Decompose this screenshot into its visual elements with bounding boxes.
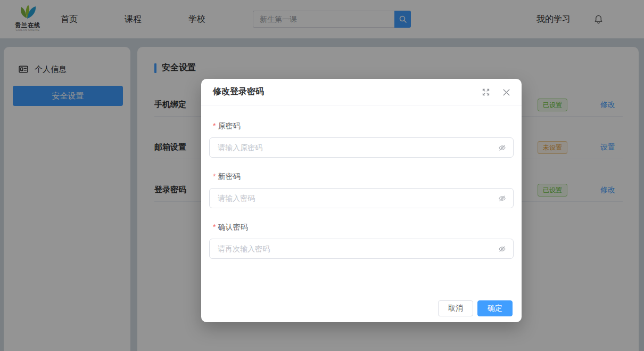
required-asterisk: *	[213, 223, 216, 231]
fullscreen-icon	[482, 88, 490, 96]
change-password-dialog: 修改登录密码 *原密码	[201, 79, 522, 322]
toggle-password-visibility[interactable]	[498, 143, 507, 154]
eye-off-icon	[498, 143, 507, 152]
confirm-button[interactable]: 确定	[477, 300, 513, 316]
eye-off-icon	[498, 244, 507, 254]
cancel-button[interactable]: 取消	[438, 300, 473, 316]
toggle-password-visibility[interactable]	[498, 244, 507, 256]
field-confirm-password: *确认密码	[209, 222, 514, 259]
dialog-title: 修改登录密码	[213, 86, 264, 97]
dialog-footer: 取消 确定	[438, 300, 513, 316]
page: 贵兰在线 GUILAN ONLINE 首页 课程 学校 我的学习	[0, 0, 644, 351]
field-new-password: *新密码	[209, 171, 514, 208]
new-password-input[interactable]	[209, 188, 514, 208]
eye-off-icon	[498, 194, 507, 203]
field-label: *新密码	[209, 171, 514, 182]
fullscreen-button[interactable]	[482, 79, 490, 105]
close-button[interactable]	[502, 79, 511, 105]
old-password-input[interactable]	[209, 137, 514, 158]
toggle-password-visibility[interactable]	[498, 194, 507, 205]
field-label: *原密码	[209, 120, 514, 131]
confirm-password-input[interactable]	[209, 239, 514, 259]
dialog-header: 修改登录密码	[201, 79, 522, 105]
field-label: *确认密码	[209, 222, 514, 232]
required-asterisk: *	[213, 121, 216, 130]
field-old-password: *原密码	[209, 120, 514, 158]
dialog-body: *原密码 *新密码	[201, 105, 522, 259]
required-asterisk: *	[213, 172, 216, 181]
close-icon	[502, 88, 511, 97]
